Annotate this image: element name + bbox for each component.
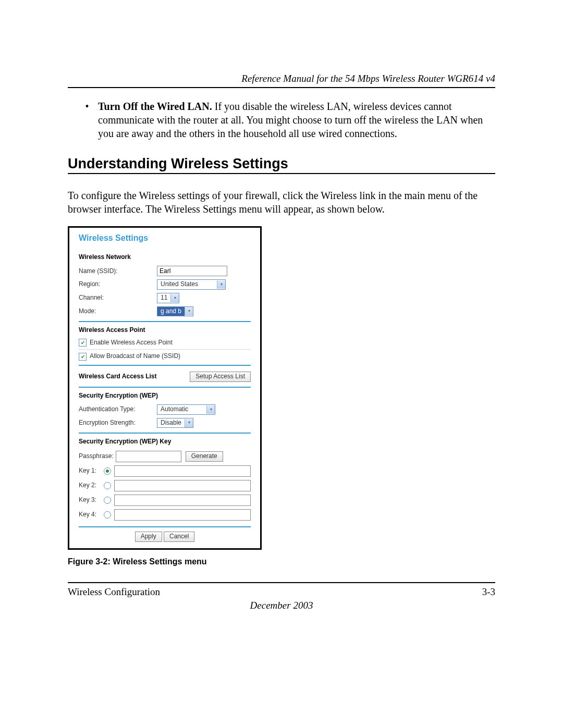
bullet-lead: Turn Off the Wired LAN. (98, 101, 212, 112)
mode-label: Mode: (79, 307, 157, 316)
enable-ap-label: Enable Wireless Access Point (90, 339, 173, 347)
key4-label: Key 4: (79, 511, 101, 519)
figure-caption: Figure 3-2: Wireless Settings menu (68, 557, 495, 566)
strength-label: Encryption Strength: (79, 419, 157, 427)
wep-heading: Security Encryption (WEP) (79, 392, 251, 400)
chevron-down-icon: ▾ (185, 307, 193, 315)
region-value: United States (157, 280, 217, 289)
apply-button[interactable]: Apply (135, 532, 162, 542)
footer-section: Wireless Configuration (68, 586, 160, 598)
mode-value: g and b (157, 307, 185, 316)
chevron-down-icon: ▾ (185, 419, 193, 427)
channel-select[interactable]: 11 ▾ (157, 293, 179, 303)
key1-radio[interactable] (104, 467, 111, 475)
chevron-down-icon: ▾ (217, 280, 225, 289)
acl-heading: Wireless Card Access List (79, 373, 190, 381)
key3-input[interactable] (114, 495, 251, 506)
chevron-down-icon: ▾ (206, 405, 215, 414)
generate-button[interactable]: Generate (186, 451, 223, 462)
footer-date: December 2003 (68, 600, 495, 611)
bullet-marker: • (83, 100, 91, 140)
key1-label: Key 1: (79, 467, 101, 475)
setup-access-list-button[interactable]: Setup Access List (190, 372, 251, 382)
auth-value: Automatic (157, 405, 206, 414)
chevron-down-icon: ▾ (170, 294, 179, 302)
section-heading: Understanding Wireless Settings (68, 156, 495, 174)
passphrase-label: Passphrase: (79, 452, 114, 461)
auth-label: Authentication Type: (79, 405, 157, 414)
key4-input[interactable] (114, 509, 251, 521)
ssid-label: Name (SSID): (79, 267, 157, 276)
key2-label: Key 2: (79, 482, 101, 490)
intro-paragraph: To configure the Wireless settings of yo… (68, 189, 495, 216)
panel-title: Wireless Settings (79, 233, 251, 244)
channel-label: Channel: (79, 294, 157, 302)
key4-radio[interactable] (104, 511, 111, 519)
network-heading: Wireless Network (79, 253, 251, 262)
broadcast-label: Allow Broadcast of Name (SSID) (90, 352, 180, 361)
key2-input[interactable] (114, 480, 251, 491)
mode-select[interactable]: g and b ▾ (157, 306, 193, 317)
key1-input[interactable] (114, 465, 251, 477)
channel-value: 11 (157, 293, 170, 303)
page-number: 3-3 (482, 586, 495, 598)
broadcast-checkbox[interactable]: ✔ (79, 353, 87, 361)
bullet-text: Turn Off the Wired LAN. If you disable t… (98, 100, 495, 140)
enable-ap-checkbox[interactable]: ✔ (79, 339, 87, 347)
cancel-button[interactable]: Cancel (164, 532, 194, 542)
ssid-input[interactable] (157, 266, 227, 276)
key2-radio[interactable] (104, 482, 111, 489)
wireless-settings-panel: Wireless Settings Wireless Network Name … (68, 226, 262, 550)
region-select[interactable]: United States ▾ (157, 279, 226, 290)
ap-heading: Wireless Access Point (79, 326, 251, 335)
figure-wrapper: Wireless Settings Wireless Network Name … (68, 226, 495, 566)
auth-select[interactable]: Automatic ▾ (157, 404, 215, 415)
region-label: Region: (79, 280, 157, 289)
key3-label: Key 3: (79, 496, 101, 504)
strength-value: Disable (157, 418, 185, 428)
wepkey-heading: Security Encryption (WEP) Key (79, 438, 251, 446)
footer: Wireless Configuration 3-3 December 2003 (68, 582, 495, 611)
running-header: Reference Manual for the 54 Mbps Wireles… (68, 73, 495, 88)
passphrase-input[interactable] (116, 451, 181, 462)
strength-select[interactable]: Disable ▾ (157, 418, 193, 428)
key3-radio[interactable] (104, 497, 111, 504)
bullet-item: • Turn Off the Wired LAN. If you disable… (83, 100, 495, 140)
